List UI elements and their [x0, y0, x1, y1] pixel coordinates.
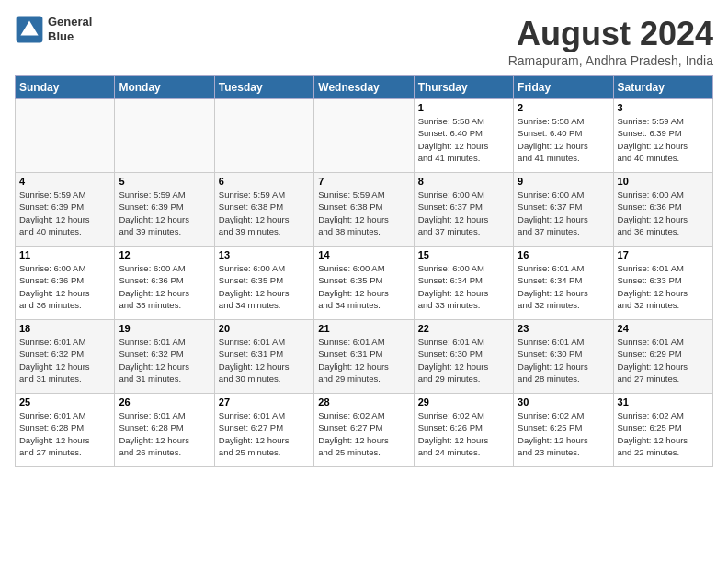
calendar-cell: 9Sunrise: 6:00 AM Sunset: 6:37 PM Daylig…: [514, 173, 613, 247]
calendar-body: 1Sunrise: 5:58 AM Sunset: 6:40 PM Daylig…: [16, 99, 713, 467]
calendar-cell: 17Sunrise: 6:01 AM Sunset: 6:33 PM Dayli…: [613, 247, 712, 320]
calendar-week: 4Sunrise: 5:59 AM Sunset: 6:39 PM Daylig…: [16, 173, 713, 247]
day-number: 1: [418, 102, 509, 113]
calendar-cell: 12Sunrise: 6:00 AM Sunset: 6:36 PM Dayli…: [115, 247, 214, 320]
day-detail: Sunrise: 6:00 AM Sunset: 6:35 PM Dayligh…: [318, 262, 409, 311]
day-number: 26: [119, 396, 210, 408]
header-day: Thursday: [414, 76, 513, 99]
calendar-cell: 27Sunrise: 6:01 AM Sunset: 6:27 PM Dayli…: [214, 394, 313, 467]
header-day: Saturday: [613, 76, 712, 99]
day-number: 14: [318, 249, 409, 260]
day-detail: Sunrise: 6:01 AM Sunset: 6:30 PM Dayligh…: [418, 336, 509, 385]
calendar-cell: 7Sunrise: 5:59 AM Sunset: 6:38 PM Daylig…: [314, 173, 414, 247]
day-number: 8: [418, 176, 509, 187]
day-number: 9: [518, 176, 609, 187]
header-day: Wednesday: [314, 76, 414, 99]
day-number: 19: [119, 323, 210, 334]
day-detail: Sunrise: 5:58 AM Sunset: 6:40 PM Dayligh…: [418, 115, 509, 164]
calendar-subtitle: Ramapuram, Andhra Pradesh, India: [508, 53, 713, 68]
calendar-cell: 3Sunrise: 5:59 AM Sunset: 6:39 PM Daylig…: [613, 99, 712, 173]
day-detail: Sunrise: 6:01 AM Sunset: 6:30 PM Dayligh…: [518, 336, 609, 385]
calendar-title: August 2024: [508, 15, 713, 53]
day-number: 20: [219, 323, 310, 334]
header-day: Tuesday: [214, 76, 313, 99]
day-detail: Sunrise: 6:01 AM Sunset: 6:28 PM Dayligh…: [119, 409, 210, 458]
calendar-cell: 24Sunrise: 6:01 AM Sunset: 6:29 PM Dayli…: [613, 320, 712, 394]
day-detail: Sunrise: 6:01 AM Sunset: 6:32 PM Dayligh…: [19, 336, 110, 385]
day-number: 17: [618, 249, 709, 260]
day-number: 16: [518, 249, 609, 260]
calendar-cell: 20Sunrise: 6:01 AM Sunset: 6:31 PM Dayli…: [214, 320, 313, 394]
day-number: 27: [219, 396, 310, 408]
header-day: Sunday: [16, 76, 115, 99]
day-detail: Sunrise: 5:59 AM Sunset: 6:39 PM Dayligh…: [618, 115, 709, 164]
calendar-header: SundayMondayTuesdayWednesdayThursdayFrid…: [16, 76, 713, 99]
calendar-cell: 6Sunrise: 5:59 AM Sunset: 6:38 PM Daylig…: [214, 173, 313, 247]
day-detail: Sunrise: 6:01 AM Sunset: 6:32 PM Dayligh…: [119, 336, 210, 385]
header-row: SundayMondayTuesdayWednesdayThursdayFrid…: [16, 76, 713, 99]
day-number: 7: [318, 176, 409, 187]
day-number: 12: [119, 249, 210, 260]
calendar-cell: [214, 99, 313, 173]
day-detail: Sunrise: 6:00 AM Sunset: 6:36 PM Dayligh…: [119, 262, 210, 311]
calendar-cell: 18Sunrise: 6:01 AM Sunset: 6:32 PM Dayli…: [16, 320, 115, 394]
header-day: Monday: [115, 76, 214, 99]
day-detail: Sunrise: 6:01 AM Sunset: 6:31 PM Dayligh…: [318, 336, 409, 385]
calendar-cell: 13Sunrise: 6:00 AM Sunset: 6:35 PM Dayli…: [214, 247, 313, 320]
calendar-cell: [16, 99, 115, 173]
calendar-week: 11Sunrise: 6:00 AM Sunset: 6:36 PM Dayli…: [16, 247, 713, 320]
header: General Blue August 2024 Ramapuram, Andh…: [15, 15, 713, 68]
calendar-cell: 4Sunrise: 5:59 AM Sunset: 6:39 PM Daylig…: [16, 173, 115, 247]
day-detail: Sunrise: 6:01 AM Sunset: 6:33 PM Dayligh…: [618, 262, 709, 311]
day-detail: Sunrise: 6:00 AM Sunset: 6:34 PM Dayligh…: [418, 262, 509, 311]
day-number: 31: [618, 396, 709, 408]
day-number: 2: [518, 102, 609, 113]
calendar-cell: 22Sunrise: 6:01 AM Sunset: 6:30 PM Dayli…: [414, 320, 513, 394]
calendar-week: 18Sunrise: 6:01 AM Sunset: 6:32 PM Dayli…: [16, 320, 713, 394]
day-detail: Sunrise: 6:00 AM Sunset: 6:35 PM Dayligh…: [219, 262, 310, 311]
calendar-cell: 15Sunrise: 6:00 AM Sunset: 6:34 PM Dayli…: [414, 247, 513, 320]
day-number: 28: [318, 396, 409, 408]
calendar-cell: 16Sunrise: 6:01 AM Sunset: 6:34 PM Dayli…: [514, 247, 613, 320]
day-detail: Sunrise: 5:58 AM Sunset: 6:40 PM Dayligh…: [518, 115, 609, 164]
day-number: 13: [219, 249, 310, 260]
day-number: 6: [219, 176, 310, 187]
calendar-cell: 11Sunrise: 6:00 AM Sunset: 6:36 PM Dayli…: [16, 247, 115, 320]
day-detail: Sunrise: 6:01 AM Sunset: 6:31 PM Dayligh…: [219, 336, 310, 385]
day-detail: Sunrise: 6:01 AM Sunset: 6:27 PM Dayligh…: [219, 409, 310, 458]
day-number: 21: [318, 323, 409, 334]
calendar-cell: 10Sunrise: 6:00 AM Sunset: 6:36 PM Dayli…: [613, 173, 712, 247]
day-number: 18: [19, 323, 110, 334]
calendar-cell: 31Sunrise: 6:02 AM Sunset: 6:25 PM Dayli…: [613, 394, 712, 467]
calendar-week: 1Sunrise: 5:58 AM Sunset: 6:40 PM Daylig…: [16, 99, 713, 173]
calendar-cell: 5Sunrise: 5:59 AM Sunset: 6:39 PM Daylig…: [115, 173, 214, 247]
day-number: 24: [618, 323, 709, 334]
day-detail: Sunrise: 5:59 AM Sunset: 6:38 PM Dayligh…: [318, 189, 409, 237]
day-number: 30: [518, 396, 609, 408]
calendar-cell: [314, 99, 414, 173]
calendar-cell: [115, 99, 214, 173]
day-number: 15: [418, 249, 509, 260]
day-number: 5: [119, 176, 210, 187]
day-detail: Sunrise: 5:59 AM Sunset: 6:39 PM Dayligh…: [119, 189, 210, 237]
logo: General Blue: [15, 15, 92, 44]
day-detail: Sunrise: 6:02 AM Sunset: 6:26 PM Dayligh…: [418, 409, 509, 458]
day-detail: Sunrise: 6:00 AM Sunset: 6:37 PM Dayligh…: [418, 189, 509, 237]
day-number: 4: [19, 176, 110, 187]
day-number: 23: [518, 323, 609, 334]
calendar-cell: 19Sunrise: 6:01 AM Sunset: 6:32 PM Dayli…: [115, 320, 214, 394]
day-number: 3: [618, 102, 709, 113]
day-detail: Sunrise: 6:02 AM Sunset: 6:25 PM Dayligh…: [518, 409, 609, 458]
calendar-cell: 28Sunrise: 6:02 AM Sunset: 6:27 PM Dayli…: [314, 394, 414, 467]
calendar-cell: 2Sunrise: 5:58 AM Sunset: 6:40 PM Daylig…: [514, 99, 613, 173]
day-detail: Sunrise: 5:59 AM Sunset: 6:39 PM Dayligh…: [19, 189, 110, 237]
day-number: 29: [418, 396, 509, 408]
calendar-cell: 30Sunrise: 6:02 AM Sunset: 6:25 PM Dayli…: [514, 394, 613, 467]
day-detail: Sunrise: 6:02 AM Sunset: 6:25 PM Dayligh…: [618, 409, 709, 458]
calendar-cell: 26Sunrise: 6:01 AM Sunset: 6:28 PM Dayli…: [115, 394, 214, 467]
day-detail: Sunrise: 6:00 AM Sunset: 6:36 PM Dayligh…: [19, 262, 110, 311]
title-area: August 2024 Ramapuram, Andhra Pradesh, I…: [508, 15, 713, 68]
calendar-table: SundayMondayTuesdayWednesdayThursdayFrid…: [15, 75, 713, 467]
day-number: 22: [418, 323, 509, 334]
day-detail: Sunrise: 6:01 AM Sunset: 6:28 PM Dayligh…: [19, 409, 110, 458]
